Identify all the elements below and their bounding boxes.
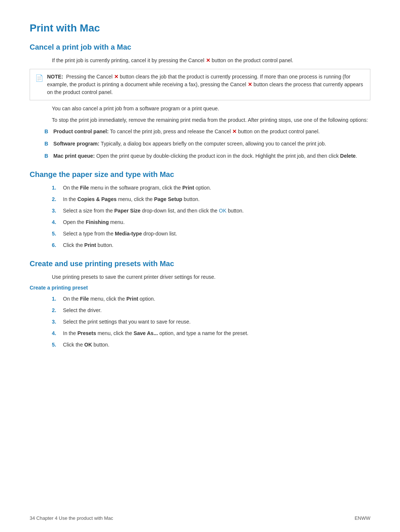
- page-content: Print with Mac Cancel a print job with a…: [0, 0, 400, 389]
- list-item: 2. Select the driver.: [52, 307, 370, 314]
- list-item: B Product control panel: To cancel the p…: [44, 128, 370, 135]
- list-item: 4. In the Presets menu, click the Save A…: [52, 329, 370, 337]
- presets-title: Create and use printing presets with Mac: [30, 260, 370, 268]
- ok-link: OK: [219, 208, 226, 214]
- cancel-bullet-list: B Product control panel: To cancel the p…: [44, 128, 370, 160]
- paper-size-title: Change the paper size and type with Mac: [30, 170, 370, 179]
- presets-steps: 1. On the File menu, click the Print opt…: [52, 295, 370, 349]
- step-num-1: 1.: [52, 184, 59, 192]
- bullet-3-bold-end: Delete: [340, 153, 356, 159]
- cancel-print-section: Cancel a print job with a Mac If the pri…: [30, 43, 370, 160]
- list-item: 5. Click the OK button.: [52, 341, 370, 349]
- footer-right: ENWW: [354, 515, 370, 521]
- bullet-3-bold: Mac print queue:: [53, 153, 95, 159]
- cancel-para2: You can also cancel a print job from a s…: [52, 105, 370, 113]
- preset-step-num-3: 3.: [52, 318, 59, 326]
- presets-section: Create and use printing presets with Mac…: [30, 260, 370, 349]
- presets-subsection-title: Create a printing preset: [30, 285, 370, 291]
- bullet-b-1: B: [44, 128, 50, 135]
- presets-intro: Use printing presets to save the current…: [52, 273, 370, 281]
- preset-step-2-text: Select the driver.: [63, 307, 101, 314]
- list-item: 4. Open the Finishing menu.: [52, 218, 370, 226]
- preset-step-num-4: 4.: [52, 329, 59, 337]
- step-num-4: 4.: [52, 218, 59, 226]
- step-3-text: Select a size from the Paper Size drop-d…: [63, 207, 244, 215]
- preset-step-5-text: Click the OK button.: [63, 341, 109, 349]
- paper-size-steps: 1. On the File menu in the software prog…: [52, 184, 370, 249]
- list-item: 2. In the Copies & Pages menu, click the…: [52, 195, 370, 203]
- list-item: B Software program: Typically, a dialog …: [44, 140, 370, 148]
- list-item: B Mac print queue: Open the print queue …: [44, 152, 370, 160]
- bullet-2-text: Software program: Typically, a dialog bo…: [53, 140, 326, 148]
- preset-step-num-5: 5.: [52, 341, 59, 349]
- paper-size-section: Change the paper size and type with Mac …: [30, 170, 370, 249]
- cancel-x-icon-4: ✕: [232, 128, 238, 134]
- list-item: 6. Click the Print button.: [52, 241, 370, 249]
- step-num-5: 5.: [52, 230, 59, 238]
- step-1-text: On the File menu in the software program…: [63, 184, 211, 192]
- cancel-x-icon-3: ✕: [248, 81, 254, 87]
- bullet-b-2: B: [44, 140, 50, 148]
- list-item: 1. On the File menu, click the Print opt…: [52, 295, 370, 303]
- bullet-2-bold: Software program:: [53, 141, 99, 147]
- step-num-2: 2.: [52, 195, 59, 203]
- bullet-b-3: B: [44, 152, 50, 160]
- note-label: NOTE:: [47, 74, 63, 80]
- footer-left: 34 Chapter 4 Use the product with Mac: [30, 515, 113, 521]
- list-item: 3. Select the print settings that you wa…: [52, 318, 370, 326]
- bullet-1-text: Product control panel: To cancel the pri…: [53, 128, 320, 135]
- note-content: NOTE: Pressing the Cancel ✕ button clear…: [47, 73, 365, 96]
- cancel-para3: To stop the print job immediately, remov…: [52, 116, 370, 124]
- footer: 34 Chapter 4 Use the product with Mac EN…: [0, 515, 400, 521]
- step-2-text: In the Copies & Pages menu, click the Pa…: [63, 195, 200, 203]
- list-item: 5. Select a type from the Media-type dro…: [52, 230, 370, 238]
- list-item: 1. On the File menu in the software prog…: [52, 184, 370, 192]
- step-num-3: 3.: [52, 207, 59, 215]
- step-4-text: Open the Finishing menu.: [63, 218, 125, 226]
- bullet-3-text: Mac print queue: Open the print queue by…: [53, 152, 357, 160]
- list-item: 3. Select a size from the Paper Size dro…: [52, 207, 370, 215]
- preset-step-1-text: On the File menu, click the Print option…: [63, 295, 155, 303]
- cancel-print-title: Cancel a print job with a Mac: [30, 43, 370, 51]
- main-title: Print with Mac: [30, 22, 370, 34]
- cancel-x-icon-2: ✕: [114, 74, 120, 80]
- step-num-6: 6.: [52, 241, 59, 249]
- preset-step-num-2: 2.: [52, 307, 59, 314]
- step-5-text: Select a type from the Media-type drop-d…: [63, 230, 177, 238]
- bullet-1-bold: Product control panel:: [53, 128, 109, 134]
- cancel-x-icon-1: ✕: [206, 57, 212, 63]
- step-6-text: Click the Print button.: [63, 241, 113, 249]
- note-box: 📄 NOTE: Pressing the Cancel ✕ button cle…: [30, 69, 370, 100]
- cancel-intro-para: If the print job is currently printing, …: [52, 57, 370, 64]
- preset-step-3-text: Select the print settings that you want …: [63, 318, 191, 326]
- preset-step-4-text: In the Presets menu, click the Save As..…: [63, 329, 249, 337]
- preset-step-num-1: 1.: [52, 295, 59, 303]
- note-icon: 📄: [35, 73, 43, 83]
